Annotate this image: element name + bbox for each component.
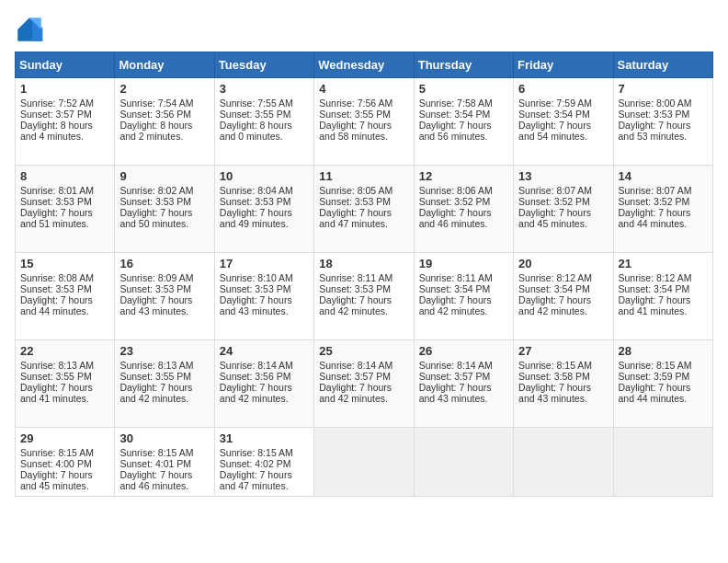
day-info: Sunset: 3:53 PM <box>20 196 109 207</box>
day-info: and 54 minutes. <box>518 131 608 142</box>
day-info: and 43 minutes. <box>419 393 508 404</box>
day-number: 4 <box>319 82 408 96</box>
day-info: Sunrise: 8:13 AM <box>20 360 109 371</box>
calendar-cell: 7Sunrise: 8:00 AMSunset: 3:53 PMDaylight… <box>613 78 712 166</box>
day-info: Sunset: 3:55 PM <box>119 371 209 382</box>
day-info: Sunrise: 7:54 AM <box>119 98 209 109</box>
day-info: and 58 minutes. <box>319 131 408 142</box>
day-info: Daylight: 7 hours <box>319 294 408 305</box>
calendar-cell: 3Sunrise: 7:55 AMSunset: 3:55 PMDaylight… <box>214 78 313 166</box>
calendar-cell: 19Sunrise: 8:11 AMSunset: 3:54 PMDayligh… <box>414 253 513 340</box>
day-number: 13 <box>518 169 608 183</box>
day-info: and 47 minutes. <box>319 218 408 229</box>
day-info: Sunset: 3:54 PM <box>518 283 608 294</box>
day-info: Sunrise: 8:05 AM <box>319 185 408 196</box>
calendar-cell: 9Sunrise: 8:02 AMSunset: 3:53 PMDaylight… <box>115 166 214 253</box>
calendar-cell: 26Sunrise: 8:14 AMSunset: 3:57 PMDayligh… <box>414 340 513 428</box>
calendar-cell: 30Sunrise: 8:15 AMSunset: 4:01 PMDayligh… <box>115 428 214 497</box>
day-info: Sunrise: 8:09 AM <box>119 272 209 283</box>
day-info: Sunset: 3:55 PM <box>319 109 408 120</box>
calendar-cell: 17Sunrise: 8:10 AMSunset: 3:53 PMDayligh… <box>214 253 313 340</box>
day-info: and 44 minutes. <box>619 218 708 229</box>
day-info: and 45 minutes. <box>20 480 109 491</box>
day-info: Sunrise: 8:07 AM <box>518 185 608 196</box>
page-header <box>15 15 713 44</box>
day-info: Sunrise: 7:55 AM <box>220 98 309 109</box>
day-info: and 42 minutes. <box>119 393 209 404</box>
day-info: Sunset: 4:01 PM <box>119 458 209 469</box>
logo <box>15 15 48 44</box>
day-info: Sunset: 3:53 PM <box>319 196 408 207</box>
calendar-week-5: 29Sunrise: 8:15 AMSunset: 4:00 PMDayligh… <box>16 428 713 497</box>
calendar-cell: 4Sunrise: 7:56 AMSunset: 3:55 PMDaylight… <box>314 78 414 166</box>
day-info: Sunrise: 8:14 AM <box>319 360 408 371</box>
logo-icon <box>15 15 44 44</box>
day-info: Sunrise: 8:00 AM <box>619 98 708 109</box>
day-info: Sunrise: 8:07 AM <box>619 185 708 196</box>
day-info: and 42 minutes. <box>419 305 508 316</box>
calendar-header-monday: Monday <box>115 52 214 78</box>
day-info: Sunrise: 7:59 AM <box>518 98 608 109</box>
day-info: Daylight: 8 hours <box>220 120 309 131</box>
day-number: 23 <box>119 344 209 358</box>
calendar-cell: 28Sunrise: 8:15 AMSunset: 3:59 PMDayligh… <box>613 340 712 428</box>
day-info: Sunset: 3:59 PM <box>619 371 708 382</box>
day-info: Sunset: 3:52 PM <box>518 196 608 207</box>
calendar-cell: 16Sunrise: 8:09 AMSunset: 3:53 PMDayligh… <box>115 253 214 340</box>
day-number: 15 <box>20 257 109 270</box>
day-info: Sunrise: 8:13 AM <box>119 360 209 371</box>
day-number: 10 <box>220 169 309 183</box>
day-info: Sunrise: 8:12 AM <box>619 272 708 283</box>
day-info: and 47 minutes. <box>220 480 309 491</box>
day-info: Daylight: 7 hours <box>319 382 408 393</box>
day-info: and 56 minutes. <box>419 131 508 142</box>
calendar-cell: 8Sunrise: 8:01 AMSunset: 3:53 PMDaylight… <box>16 166 115 253</box>
day-info: and 43 minutes. <box>220 305 309 316</box>
day-info: Sunrise: 7:58 AM <box>419 98 508 109</box>
day-info: and 42 minutes. <box>319 393 408 404</box>
day-info: Sunset: 3:57 PM <box>20 109 109 120</box>
calendar-header-friday: Friday <box>514 52 613 78</box>
day-info: Daylight: 7 hours <box>619 294 708 305</box>
day-number: 21 <box>619 257 708 270</box>
day-info: Sunrise: 8:15 AM <box>220 447 309 458</box>
day-info: Daylight: 7 hours <box>518 382 608 393</box>
day-info: Daylight: 7 hours <box>119 469 209 480</box>
calendar-cell: 31Sunrise: 8:15 AMSunset: 4:02 PMDayligh… <box>214 428 313 497</box>
day-info: Sunset: 4:00 PM <box>20 458 109 469</box>
day-info: Daylight: 7 hours <box>319 120 408 131</box>
calendar-week-2: 8Sunrise: 8:01 AMSunset: 3:53 PMDaylight… <box>16 166 713 253</box>
day-info: Daylight: 7 hours <box>518 207 608 218</box>
day-info: and 46 minutes. <box>119 480 209 491</box>
calendar-cell: 2Sunrise: 7:54 AMSunset: 3:56 PMDaylight… <box>115 78 214 166</box>
day-number: 27 <box>518 344 608 358</box>
day-info: Daylight: 7 hours <box>119 294 209 305</box>
day-info: and 44 minutes. <box>20 305 109 316</box>
calendar-cell <box>514 428 613 497</box>
day-info: and 42 minutes. <box>220 393 309 404</box>
day-info: Sunset: 3:55 PM <box>20 371 109 382</box>
day-info: Sunset: 3:54 PM <box>518 109 608 120</box>
day-number: 8 <box>20 169 109 183</box>
day-info: Sunrise: 8:12 AM <box>518 272 608 283</box>
day-number: 14 <box>619 169 708 183</box>
day-number: 11 <box>319 169 408 183</box>
calendar-table: SundayMondayTuesdayWednesdayThursdayFrid… <box>15 52 713 497</box>
day-info: Sunrise: 8:06 AM <box>419 185 508 196</box>
day-info: Sunrise: 8:08 AM <box>20 272 109 283</box>
calendar-cell: 21Sunrise: 8:12 AMSunset: 3:54 PMDayligh… <box>613 253 712 340</box>
day-info: Sunset: 3:53 PM <box>220 283 309 294</box>
day-info: Sunset: 3:54 PM <box>419 283 508 294</box>
calendar-cell: 23Sunrise: 8:13 AMSunset: 3:55 PMDayligh… <box>115 340 214 428</box>
day-info: Daylight: 7 hours <box>619 207 708 218</box>
calendar-cell: 27Sunrise: 8:15 AMSunset: 3:58 PMDayligh… <box>514 340 613 428</box>
day-info: Sunset: 3:53 PM <box>220 196 309 207</box>
calendar-cell: 6Sunrise: 7:59 AMSunset: 3:54 PMDaylight… <box>514 78 613 166</box>
day-number: 28 <box>619 344 708 358</box>
calendar-cell <box>613 428 712 497</box>
day-info: and 41 minutes. <box>20 393 109 404</box>
day-info: Sunrise: 8:04 AM <box>220 185 309 196</box>
day-info: Sunrise: 8:10 AM <box>220 272 309 283</box>
day-number: 16 <box>119 257 209 270</box>
day-info: Daylight: 7 hours <box>119 207 209 218</box>
